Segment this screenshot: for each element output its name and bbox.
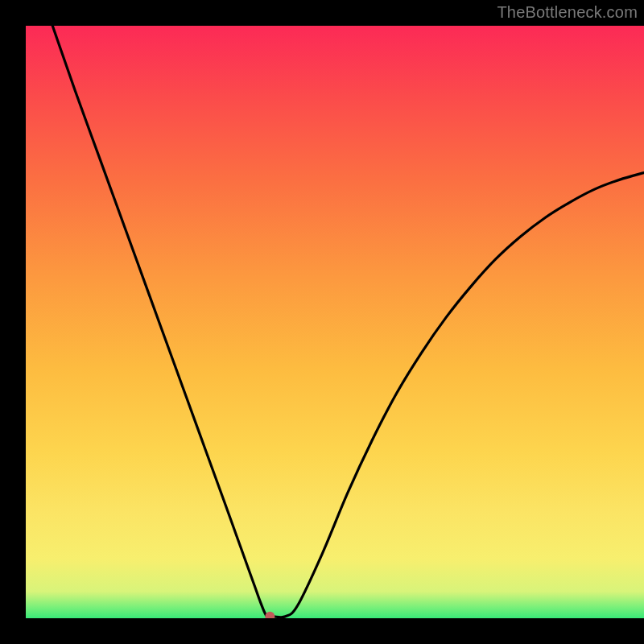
- bottleneck-curve: [26, 26, 644, 617]
- watermark-text: TheBottleneck.com: [497, 3, 638, 22]
- minimum-marker: [265, 612, 275, 618]
- plot-area: [26, 26, 644, 618]
- bottleneck-curve-svg: [26, 26, 644, 618]
- chart-frame: TheBottleneck.com: [0, 0, 644, 644]
